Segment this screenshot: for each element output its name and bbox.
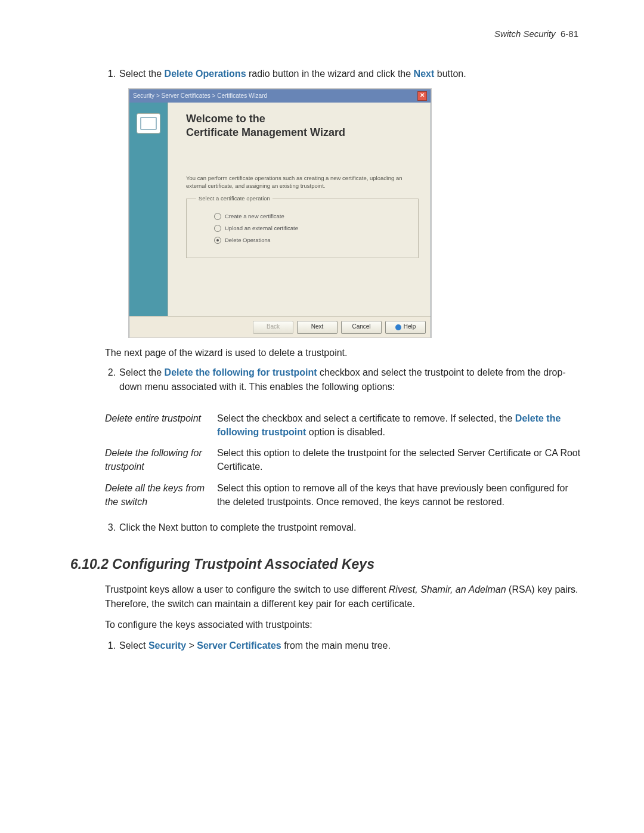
table-row: Delete entire trustpoint Select the chec… [105,411,582,439]
radio-icon [214,213,221,220]
step-1: 1. Select the Delete Operations radio bu… [105,67,582,80]
step-3: 3. Click the Next button to complete the… [105,521,582,534]
step-text: Select the Delete the following for trus… [119,366,582,393]
step-1b: 1. Select Security > Server Certificates… [105,639,582,652]
option-label: Delete entire trustpoint [105,411,217,439]
fieldset-legend: Select a certificate operation [196,194,273,203]
step-number: 3. [105,521,116,534]
term-delete-following: Delete the following for trustpoint [165,367,317,377]
radio-delete-operations[interactable]: Delete Operations [214,236,408,244]
term-delete-operations: Delete Operations [165,69,246,79]
radio-upload-certificate[interactable]: Upload an external certificate [214,224,408,233]
window-titlebar: Security > Server Certificates > Certifi… [129,89,431,103]
close-icon[interactable]: ✕ [417,91,427,101]
chapter-name: Switch Security [494,29,556,39]
section-heading: 6.10.2 Configuring Trustpoint Associated… [70,555,582,574]
step-text: Click the Next button to complete the tr… [119,521,582,534]
wizard-caption: The next page of the wizard is used to d… [105,346,582,360]
wizard-button-bar: Back Next Cancel Help [129,316,431,337]
operation-fieldset: Select a certificate operation Create a … [186,199,419,258]
table-row: Delete the following for trustpoint Sele… [105,446,582,473]
step-number: 1. [105,639,116,652]
certificate-wizard-window: Security > Server Certificates > Certifi… [129,89,431,337]
option-desc: Select this option to delete the trustpo… [217,446,582,473]
cancel-button[interactable]: Cancel [341,321,382,334]
term-security: Security [148,640,186,651]
wizard-heading: Welcome to the Certificate Management Wi… [186,112,419,139]
radio-icon [214,237,221,244]
next-button[interactable]: Next [297,321,338,334]
wizard-description: You can perform certificate operations s… [186,175,419,190]
page-number: 6-81 [561,29,578,39]
radio-create-certificate[interactable]: Create a new certificate [214,212,408,221]
option-label: Delete all the keys from the switch [105,481,217,509]
option-label: Delete the following for trustpoint [105,446,217,473]
term-next: Next [414,69,435,79]
wizard-sidebar [129,103,168,316]
page-header: Switch Security 6-81 [494,29,578,39]
certificate-icon [137,113,160,134]
step-text: Select Security > Server Certificates fr… [119,639,582,652]
radio-label: Create a new certificate [225,212,284,221]
back-button[interactable]: Back [253,321,293,334]
radio-label: Delete Operations [225,236,271,244]
window-breadcrumb: Security > Server Certificates > Certifi… [133,92,417,101]
help-button[interactable]: Help [385,321,426,334]
table-row: Delete all the keys from the switch Sele… [105,481,582,509]
options-table: Delete entire trustpoint Select the chec… [105,404,582,516]
step-2: 2. Select the Delete the following for t… [105,366,582,393]
radio-label: Upload an external certificate [225,224,298,233]
radio-icon [214,225,221,232]
step-number: 2. [105,366,116,393]
option-desc: Select this option to remove all of the … [217,481,582,509]
option-desc: Select the checkbox and select a certifi… [217,411,582,439]
term-server-certificates: Server Certificates [197,640,281,651]
section-paragraph: Trustpoint keys allow a user to configur… [105,583,582,610]
section-paragraph: To configure the keys associated with tr… [105,618,582,631]
step-number: 1. [105,67,116,80]
step-text: Select the Delete Operations radio butto… [119,67,582,80]
